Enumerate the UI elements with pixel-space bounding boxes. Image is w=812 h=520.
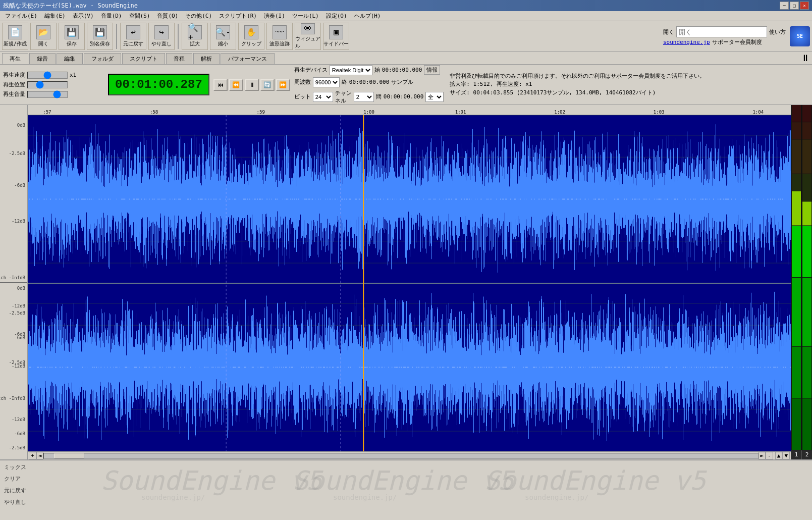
timeline-mark-100: 1:00: [363, 110, 374, 115]
loop-button[interactable]: 🔄: [260, 79, 275, 91]
tab-edit[interactable]: 編集: [57, 53, 83, 64]
undo-bottom-button[interactable]: 元に戻す: [4, 486, 26, 495]
tab-performance[interactable]: パフォーマンス: [221, 53, 275, 64]
close-button[interactable]: ✕: [800, 2, 809, 10]
timeline-mark-59: :59: [257, 110, 265, 115]
open-button[interactable]: 📂 開く: [30, 23, 57, 50]
timeline-mark-58: :58: [150, 110, 158, 115]
menu-help[interactable]: ヘルプ(H): [351, 12, 384, 20]
horizontal-scrollbar[interactable]: [43, 453, 758, 459]
zoom-out-button[interactable]: 🔍- 縮小: [210, 23, 236, 50]
menu-script[interactable]: スクリプト(R): [216, 12, 260, 20]
tab-record[interactable]: 録音: [29, 53, 56, 64]
db-inf-ch2: 2ch -InfdB: [0, 396, 25, 401]
scroll-down-arrow[interactable]: ▼: [782, 452, 790, 459]
clear-button[interactable]: クリア: [4, 474, 26, 484]
sidebar-icon: ▣: [329, 25, 343, 39]
vu-tab-1[interactable]: 1: [791, 450, 802, 459]
device-select[interactable]: Realtek Digit: [330, 65, 372, 75]
zoom-in-button[interactable]: 🔍+ 拡大: [182, 23, 208, 50]
saveas-button[interactable]: 💾 別名保存: [87, 23, 113, 50]
freq-select[interactable]: 96000: [313, 77, 340, 87]
menu-other[interactable]: その他(C): [182, 12, 215, 20]
scroll-left-arrow[interactable]: ◄: [36, 452, 44, 459]
timeline-mark-103: 1:03: [654, 110, 665, 115]
tab-script[interactable]: スクリプト: [122, 53, 165, 64]
new-label: 新規/作成: [4, 40, 27, 47]
position-slider[interactable]: [27, 81, 68, 88]
tab-playback[interactable]: 再生: [2, 53, 28, 64]
menu-space[interactable]: 空間(S): [126, 12, 153, 20]
visual-button[interactable]: 👁 ウィジュアル: [295, 23, 321, 50]
db-2-5-ch2: -2.5dB: [9, 310, 25, 316]
scroll-right-arrow[interactable]: ►: [759, 452, 766, 459]
tab-folder[interactable]: フォルダ: [84, 53, 121, 64]
skip-back-button[interactable]: ⏮: [213, 79, 228, 91]
end-value: 00:00:00.000: [349, 79, 389, 85]
undo-button[interactable]: ↩ 元に戻す: [120, 23, 146, 50]
timeline-mark-102: 1:02: [554, 110, 565, 115]
redo-label: やり直し: [151, 40, 172, 47]
minimize-button[interactable]: ─: [780, 2, 789, 10]
soundengine-link[interactable]: soundengine.jp: [663, 39, 710, 45]
new-button[interactable]: 📄 新規/作成: [2, 23, 28, 50]
vu-meter: 1 2: [791, 105, 812, 459]
maximize-button[interactable]: □: [790, 2, 799, 10]
speed-slider[interactable]: [27, 72, 68, 79]
usage-label: 使い方: [769, 28, 786, 36]
zoom-out-scroll[interactable]: -: [766, 452, 773, 459]
watermark-3: SoundEngine v5: [484, 465, 706, 496]
scroll-thumb[interactable]: [54, 453, 84, 458]
vu-meter-canvas: [791, 105, 812, 450]
position-label: 再生位置: [3, 81, 25, 88]
zoom-out-label: 縮小: [218, 40, 228, 47]
range-select[interactable]: 全: [425, 92, 444, 102]
tab-analyze[interactable]: 解析: [193, 53, 220, 64]
open-icon: 📂: [36, 25, 50, 39]
mix-button[interactable]: ミックス: [4, 462, 26, 472]
menu-tools[interactable]: ツール(L): [289, 12, 322, 20]
tab-pitch[interactable]: 音程: [166, 53, 192, 64]
watermark-1: SoundEngine v5: [101, 465, 322, 496]
waveform-canvas[interactable]: [28, 115, 791, 451]
info-line2: 拡大率: 1:512, 再生速度: x1: [450, 80, 807, 89]
timeline-mark-57: :57: [43, 110, 51, 115]
menu-quality[interactable]: 音質(Q): [154, 12, 181, 20]
menu-play[interactable]: 演奏(I): [261, 12, 288, 20]
bit-select[interactable]: 24: [313, 92, 333, 102]
rewind-button[interactable]: ⏪: [229, 79, 243, 91]
volume-slider[interactable]: [27, 91, 68, 98]
menu-volume[interactable]: 音量(D): [98, 12, 125, 20]
timeline-mark-101: 1:01: [455, 110, 466, 115]
vu-tab-2[interactable]: 2: [802, 450, 812, 459]
grip-button[interactable]: ✋ グリップ: [238, 23, 264, 50]
device-label: 再生デバイス: [294, 66, 328, 74]
menu-view[interactable]: 表示(V): [70, 12, 97, 20]
menubar: ファイル(E) 編集(E) 表示(V) 音量(D) 空間(S) 音質(Q) その…: [0, 11, 812, 21]
menu-edit[interactable]: 編集(E): [41, 12, 69, 20]
watermark-2: SoundEngine v5: [293, 465, 514, 496]
scroll-up-arrow[interactable]: ▲: [775, 452, 783, 459]
menu-file[interactable]: ファイル(E): [2, 12, 40, 20]
zoom-in-scroll[interactable]: +: [29, 452, 36, 459]
save-label: 保存: [67, 40, 77, 47]
save-button[interactable]: 💾 保存: [59, 23, 85, 50]
channel-select[interactable]: 2: [354, 92, 374, 102]
db-labels: 0dB -2.5dB -6dB -12dB 1ch -InfdB -12dB -…: [0, 105, 28, 459]
info-button[interactable]: 情報: [424, 65, 440, 75]
pause-icon[interactable]: ⏸: [801, 53, 810, 63]
menu-settings[interactable]: 設定(O): [323, 12, 350, 20]
fast-forward-button[interactable]: ⏩: [276, 79, 290, 91]
sidebar-button[interactable]: ▣ サイドバー: [323, 23, 349, 50]
sidebar-label: サイドバー: [323, 40, 349, 47]
wave-track-button[interactable]: 〰 波形追跡: [266, 23, 293, 50]
redo-bottom-button[interactable]: やり直し: [4, 497, 26, 507]
zoom-in-icon: 🔍+: [188, 25, 202, 39]
redo-button[interactable]: ↪ やり直し: [148, 23, 175, 50]
visual-icon: 👁: [301, 23, 315, 34]
title-text: 残酷な天使のテーゼ(SE).wav - SoundEngine: [3, 2, 138, 10]
pause-button[interactable]: ⏸: [245, 79, 259, 91]
open-file-input[interactable]: [676, 26, 767, 37]
bit-label: ビット: [294, 93, 311, 100]
saveas-icon: 💾: [93, 25, 107, 39]
